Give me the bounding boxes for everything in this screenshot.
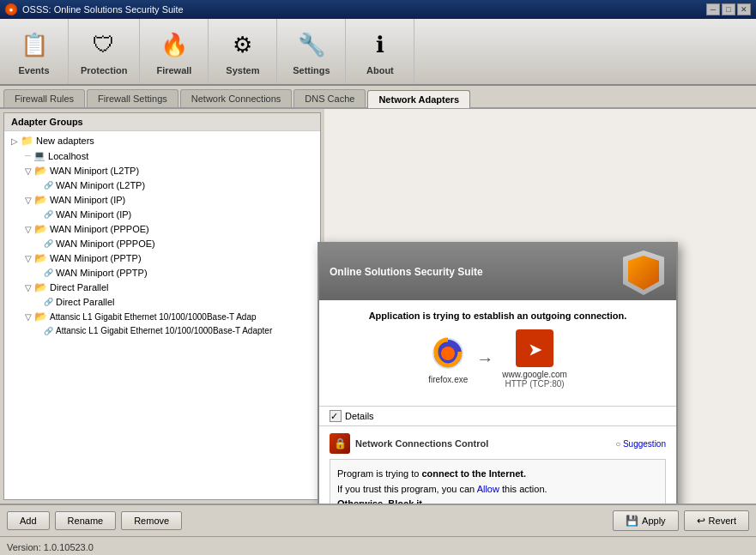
tree-item-wan-pptp-child[interactable]: 🔗 WAN Miniport (PPTP) — [8, 266, 317, 280]
tree-label-wan-ip: WAN Miniport (IP) — [50, 195, 125, 205]
tree-container: ▷ 📁 New adapters ─ 💻 Localhost ▽ 📂 WAN M… — [4, 131, 320, 339]
tree-label-new-adapters: New adapters — [36, 136, 94, 146]
tab-firewall-rules[interactable]: Firewall Rules — [3, 89, 85, 107]
connection-arrow: → — [476, 349, 493, 369]
tree-item-attansic-child[interactable]: 🔗 Attansic L1 Gigabit Ethernet 10/100/10… — [8, 324, 317, 337]
toolbar-protection[interactable]: 🛡 Protection — [69, 19, 140, 84]
adapter-groups-header: Adapter Groups — [4, 113, 320, 131]
toolbar-settings[interactable]: 🔧 Settings — [277, 19, 346, 84]
ncc-line1-connect: connect to the Internet. — [421, 468, 526, 479]
rename-button[interactable]: Rename — [55, 511, 117, 530]
tree-label-direct-parallel: Direct Parallel — [50, 282, 108, 293]
tree-item-new-adapters[interactable]: ▷ 📁 New adapters — [8, 133, 317, 148]
status-bar: Version: 1.0.10523.0 — [0, 536, 756, 555]
protection-label: Protection — [81, 65, 127, 75]
tree-item-wan-pppoe-child[interactable]: 🔗 WAN Miniport (PPPOE) — [8, 237, 317, 250]
expand-icon-wan-ip: ▽ — [25, 196, 32, 205]
apply-label: Apply — [642, 516, 666, 526]
events-icon: 📋 — [17, 27, 51, 62]
folder-icon-wan-pppoe: 📂 — [34, 223, 47, 235]
tree-label-attansic: Attansic L1 Gigabit Ethernet 10/100/1000… — [50, 312, 257, 322]
tab-firewall-settings[interactable]: Firewall Settings — [87, 89, 178, 107]
toolbar-firewall[interactable]: 🔥 Firewall — [140, 19, 209, 84]
ncc-body: Program is trying to connect to the Inte… — [330, 459, 666, 504]
system-icon: ⚙ — [226, 27, 260, 62]
title-bar-controls[interactable]: ─ □ ✕ — [706, 3, 751, 15]
remove-button[interactable]: Remove — [121, 511, 182, 530]
maximize-button[interactable]: □ — [722, 3, 735, 15]
tree-label-wan-l2tp: WAN Miniport (L2TP) — [50, 166, 139, 176]
tree-item-wan-ip[interactable]: ▽ 📂 WAN Miniport (IP) — [8, 192, 317, 208]
toolbar-system[interactable]: ⚙ System — [209, 19, 277, 84]
net-icon-wan-pppoe-child: 🔗 — [44, 239, 53, 248]
tree-label-localhost: Localhost — [48, 151, 88, 161]
apply-button[interactable]: 💾 Apply — [613, 510, 679, 531]
folder-icon-wan-ip: 📂 — [34, 194, 47, 206]
tree-item-wan-pppoe[interactable]: ▽ 📂 WAN Miniport (PPPOE) — [8, 221, 317, 237]
protocol-label: HTTP (TCP:80) — [505, 379, 564, 389]
tab-network-connections[interactable]: Network Connections — [180, 89, 293, 107]
suggestion-label: Suggestion — [623, 439, 666, 449]
about-icon: ℹ — [363, 27, 397, 62]
tab-dns-cache[interactable]: DNS Cache — [293, 89, 366, 107]
node-icon-localhost: 💻 — [33, 150, 45, 161]
tree-label-wan-pptp: WAN Miniport (PPTP) — [50, 253, 142, 263]
remove-label: Remove — [134, 516, 169, 526]
details-button[interactable]: ✓ Details — [330, 410, 666, 422]
apply-revert-container: 💾 Apply ↩ Revert — [613, 510, 749, 531]
expand-icon-wan-pptp: ▽ — [25, 254, 32, 263]
apply-icon: 💾 — [626, 515, 638, 527]
app-title: OSSS: Online Solutions Security Suite — [22, 4, 184, 15]
tree-item-direct-parallel-child[interactable]: 🔗 Direct Parallel — [8, 295, 317, 309]
title-bar-left: ● OSSS: Online Solutions Security Suite — [5, 3, 184, 15]
minimize-button[interactable]: ─ — [706, 3, 720, 15]
tree-item-wan-l2tp[interactable]: ▽ 📂 WAN Miniport (L2TP) — [8, 163, 317, 178]
source-app-box: firefox.exe — [428, 335, 468, 384]
details-label: Details — [345, 411, 374, 421]
expand-icon-wan-pppoe: ▽ — [25, 225, 32, 234]
tree-label-direct-parallel-child: Direct Parallel — [56, 297, 114, 307]
firewall-icon: 🔥 — [157, 27, 191, 62]
close-button[interactable]: ✕ — [737, 3, 751, 15]
connection-icons: firefox.exe → ➤ www.google.com HTTP (TCP… — [333, 329, 662, 389]
dest-app-label: www.google.com — [502, 370, 567, 379]
suggestion-radio: ○ — [615, 439, 620, 449]
settings-icon: 🔧 — [294, 27, 329, 62]
firefox-icon — [429, 335, 467, 372]
tree-dash-localhost: ─ — [25, 151, 31, 160]
folder-icon-attansic: 📂 — [34, 311, 47, 323]
tree-item-wan-l2tp-child[interactable]: 🔗 WAN Miniport (L2TP) — [8, 178, 317, 192]
tree-item-attansic[interactable]: ▽ 📂 Attansic L1 Gigabit Ethernet 10/100/… — [8, 309, 317, 324]
dialog-header: Online Solutions Security Suite — [319, 244, 676, 300]
tree-item-wan-pptp[interactable]: ▽ 📂 WAN Miniport (PPTP) — [8, 250, 317, 266]
tree-label-wan-pppoe-child: WAN Miniport (PPPOE) — [56, 238, 155, 249]
suggestion-link[interactable]: ○ Suggestion — [615, 439, 666, 449]
tab-network-adapters[interactable]: Network Adapters — [367, 90, 470, 108]
ncc-section: 🔒 Network Connections Control ○ Suggesti… — [319, 426, 676, 504]
tree-item-direct-parallel[interactable]: ▽ 📂 Direct Parallel — [8, 280, 317, 295]
net-icon-wan-l2tp-child: 🔗 — [44, 181, 53, 190]
ncc-line2-action: this action. — [499, 484, 547, 494]
revert-label: Revert — [709, 516, 736, 526]
expand-icon-direct-parallel: ▽ — [25, 283, 32, 293]
revert-icon: ↩ — [697, 515, 705, 527]
title-bar: ● OSSS: Online Solutions Security Suite … — [0, 0, 756, 19]
tree-item-wan-ip-child[interactable]: 🔗 WAN Miniport (IP) — [8, 208, 317, 221]
add-button[interactable]: Add — [7, 511, 50, 530]
firewall-label: Firewall — [156, 65, 191, 75]
ncc-line2-allow: Allow — [477, 484, 499, 494]
toolbar-events[interactable]: 📋 Events — [0, 19, 69, 84]
shield-container — [623, 250, 666, 293]
dialog-title: Online Solutions Security Suite — [330, 266, 483, 278]
tab-bar: Firewall Rules Firewall Settings Network… — [0, 86, 756, 109]
settings-label: Settings — [293, 65, 330, 75]
folder-icon-wan-l2tp: 📂 — [34, 165, 47, 177]
version-label: Version: 1.0.10523.0 — [7, 542, 94, 552]
folder-icon-new-adapters: 📁 — [21, 135, 33, 147]
source-app-label: firefox.exe — [428, 375, 468, 384]
firefox-svg — [429, 335, 467, 372]
revert-button[interactable]: ↩ Revert — [684, 510, 749, 531]
ncc-line2-prefix: If you trust this program, you can — [337, 484, 477, 494]
tree-item-localhost[interactable]: ─ 💻 Localhost — [8, 148, 317, 163]
toolbar-about[interactable]: ℹ About — [346, 19, 414, 84]
